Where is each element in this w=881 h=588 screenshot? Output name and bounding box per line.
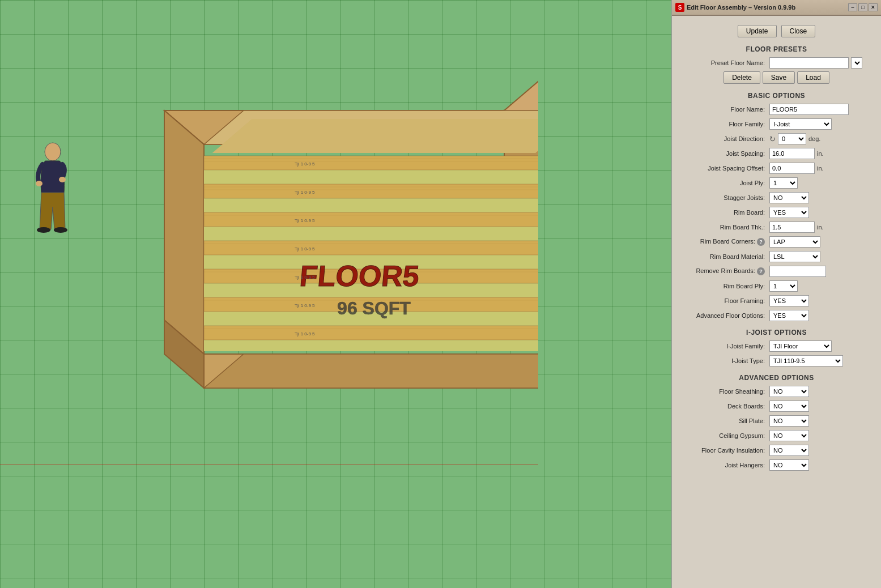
svg-text:Tji 1 0-9 5: Tji 1 0-9 5 — [295, 246, 315, 252]
preset-floor-name-input[interactable] — [769, 57, 849, 69]
joist-direction-row: Joist Direction: ↻ 0 90 deg. — [679, 133, 874, 145]
svg-text:Tji 1 0-9 5: Tji 1 0-9 5 — [295, 218, 315, 223]
ijoist-type-select[interactable]: TJI 110-9.5 — [769, 355, 843, 367]
floor-name-label: Floor Name: — [679, 106, 769, 113]
rim-board-material-label: Rim Board Material: — [679, 253, 769, 260]
svg-point-1 — [45, 143, 61, 161]
rim-board-row: Rim Board: YES NO — [679, 206, 874, 219]
panel: S Edit Floor Assembly – Version 0.9.9b –… — [671, 0, 881, 588]
rim-board-thk-unit: in. — [817, 224, 824, 231]
joist-spacing-offset-row: Joist Spacing Offset: in. — [679, 162, 874, 174]
svg-text:Tji 1 0-9 5: Tji 1 0-9 5 — [295, 331, 315, 336]
remove-rim-boards-input[interactable] — [769, 266, 826, 277]
joist-spacing-input[interactable] — [769, 148, 815, 159]
svg-rect-17 — [204, 156, 538, 170]
rim-board-thk-input[interactable] — [769, 221, 815, 233]
rim-board-label: Rim Board: — [679, 209, 769, 216]
person-figure — [36, 143, 67, 233]
rim-board-ply-label: Rim Board Ply: — [679, 283, 769, 289]
svg-text:Tji 1 0-9 5: Tji 1 0-9 5 — [295, 190, 315, 195]
joist-direction-label: Joist Direction: — [679, 135, 769, 142]
update-button[interactable]: Update — [738, 25, 777, 37]
preset-floor-name-label: Preset Floor Name: — [679, 59, 769, 66]
title-bar: S Edit Floor Assembly – Version 0.9.9b –… — [672, 0, 881, 16]
viewport: FLOOR5 96 SQFT Tji 1 0-9 5 Tji 1 0-9 5 T… — [0, 0, 671, 588]
rim-board-corners-row: Rim Board Corners: ? LAP MITER — [679, 236, 874, 248]
joist-spacing-offset-unit: in. — [817, 165, 824, 172]
remove-rim-boards-label: Remove Rim Boards: ? — [679, 267, 769, 275]
floor-family-row: Floor Family: I-Joist Lumber — [679, 118, 874, 130]
svg-text:96 SQFT: 96 SQFT — [337, 298, 411, 318]
floor-cavity-insulation-select[interactable]: NO YES — [769, 445, 809, 456]
ijoist-options-header: I-JOIST OPTIONS — [679, 324, 874, 340]
svg-point-5 — [54, 227, 67, 233]
svg-point-2 — [36, 181, 42, 186]
rim-board-thk-row: Rim Board Thk.: in. — [679, 221, 874, 233]
floor-3d: FLOOR5 96 SQFT Tji 1 0-9 5 Tji 1 0-9 5 T… — [164, 76, 538, 388]
floor-sheathing-row: Floor Sheathing: NO YES — [679, 385, 874, 398]
floor-assembly-svg: FLOOR5 96 SQFT Tji 1 0-9 5 Tji 1 0-9 5 T… — [0, 0, 538, 588]
load-button[interactable]: Load — [797, 71, 829, 84]
refresh-icon[interactable]: ↻ — [769, 135, 776, 143]
floor-cavity-insulation-label: Floor Cavity Insulation: — [679, 447, 769, 454]
minimize-button[interactable]: – — [848, 3, 857, 11]
ijoist-type-label: I-Joist Type: — [679, 357, 769, 364]
floor-sheathing-select[interactable]: NO YES — [769, 386, 809, 397]
advanced-floor-options-row: Advanced Floor Options: YES NO — [679, 309, 874, 322]
remove-rim-boards-help-icon[interactable]: ? — [757, 267, 765, 275]
floor-family-select[interactable]: I-Joist Lumber — [769, 118, 832, 130]
rim-board-ply-row: Rim Board Ply: 1 2 — [679, 280, 874, 292]
joist-ply-row: Joist Ply: 1 2 — [679, 177, 874, 189]
basic-options-header: BASIC OPTIONS — [679, 87, 874, 103]
floor-framing-label: Floor Framing: — [679, 297, 769, 304]
stagger-joists-label: Stagger Joists: — [679, 194, 769, 201]
svg-marker-15 — [212, 119, 538, 153]
rim-board-corners-help-icon[interactable]: ? — [757, 238, 765, 246]
remove-rim-boards-row: Remove Rim Boards: ? — [679, 265, 874, 278]
ijoist-type-row: I-Joist Type: TJI 110-9.5 — [679, 355, 874, 367]
ijoist-family-select[interactable]: TJI Floor — [769, 340, 832, 352]
stagger-joists-select[interactable]: NO YES — [769, 192, 809, 203]
close-window-button[interactable]: ✕ — [869, 3, 878, 11]
maximize-button[interactable]: □ — [858, 3, 867, 11]
rim-board-material-select[interactable]: LSL LVL Lumber — [769, 251, 820, 262]
svg-rect-25 — [204, 241, 538, 255]
delete-button[interactable]: Delete — [723, 71, 760, 84]
joist-ply-select[interactable]: 1 2 — [769, 177, 798, 189]
floor-name-input[interactable] — [769, 104, 849, 115]
panel-content: Update Close FLOOR PRESETS Preset Floor … — [672, 16, 881, 588]
stagger-joists-row: Stagger Joists: NO YES — [679, 191, 874, 204]
joist-hangers-label: Joist Hangers: — [679, 462, 769, 468]
preset-floor-name-dropdown[interactable] — [851, 57, 862, 69]
svg-text:Tji 1 0-9 5: Tji 1 0-9 5 — [295, 275, 315, 280]
rim-board-ply-select[interactable]: 1 2 — [769, 280, 798, 292]
joist-hangers-select[interactable]: NO YES — [769, 459, 809, 471]
sill-plate-select[interactable]: NO YES — [769, 415, 809, 427]
top-buttons-row: Update Close — [679, 20, 874, 41]
joist-spacing-row: Joist Spacing: in. — [679, 147, 874, 160]
close-button[interactable]: Close — [781, 25, 816, 37]
preset-floor-name-row: Preset Floor Name: — [679, 57, 874, 69]
joist-direction-select[interactable]: 0 90 — [778, 133, 806, 144]
svg-text:FLOOR5: FLOOR5 — [299, 259, 421, 292]
advanced-floor-options-label: Advanced Floor Options: — [679, 312, 769, 319]
svg-text:Tji 1 0-9 5: Tji 1 0-9 5 — [295, 161, 315, 167]
save-button[interactable]: Save — [763, 71, 795, 84]
joist-spacing-offset-input[interactable] — [769, 163, 815, 174]
window-title: Edit Floor Assembly – Version 0.9.9b — [687, 4, 795, 11]
rim-board-thk-label: Rim Board Thk.: — [679, 224, 769, 231]
floor-framing-select[interactable]: YES NO — [769, 295, 809, 306]
app-icon: S — [675, 3, 684, 12]
deck-boards-select[interactable]: NO YES — [769, 400, 809, 412]
rim-board-corners-select[interactable]: LAP MITER — [769, 236, 820, 248]
ceiling-gypsum-select[interactable]: NO YES — [769, 430, 809, 441]
rim-board-select[interactable]: YES NO — [769, 207, 809, 218]
advanced-floor-options-select[interactable]: YES NO — [769, 310, 809, 321]
floor-name-row: Floor Name: — [679, 103, 874, 116]
window-controls: – □ ✕ — [848, 3, 878, 11]
floor-cavity-insulation-row: Floor Cavity Insulation: NO YES — [679, 444, 874, 457]
svg-rect-20 — [204, 184, 538, 198]
ijoist-family-label: I-Joist Family: — [679, 343, 769, 350]
ijoist-family-row: I-Joist Family: TJI Floor — [679, 340, 874, 352]
floor-framing-row: Floor Framing: YES NO — [679, 295, 874, 307]
